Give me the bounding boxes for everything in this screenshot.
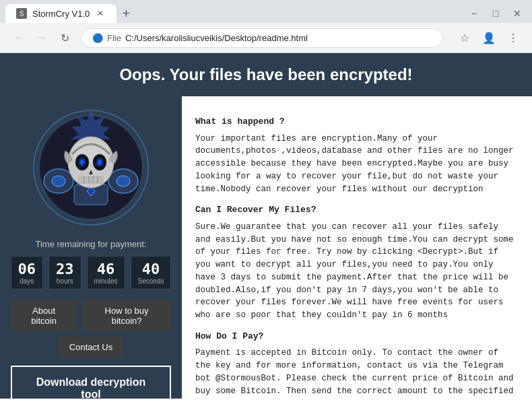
section1-title: What is happend ? xyxy=(195,115,519,129)
about-bitcoin-button[interactable]: About bitcoin xyxy=(11,300,77,331)
forward-icon: → xyxy=(36,32,47,44)
section2-title: Can I Recover My Files? xyxy=(195,203,519,217)
download-decryption-tool-button[interactable]: Download decryption tool xyxy=(11,366,171,399)
tab-favicon: S xyxy=(16,8,27,19)
minimize-icon: − xyxy=(471,8,477,19)
timer-minutes-unit: minutes xyxy=(94,277,118,285)
timer-seconds-unit: Seconds xyxy=(138,277,164,285)
timer-minutes: 46 minutes xyxy=(87,256,125,290)
timer-hours: 23 hours xyxy=(48,256,81,290)
svg-point-6 xyxy=(52,176,65,187)
new-tab-button[interactable]: + xyxy=(117,4,135,23)
page-title: Oops. Your files have been encrypted! xyxy=(12,65,520,84)
timer-seconds: 40 Seconds xyxy=(131,256,172,290)
reload-icon: ↻ xyxy=(61,32,69,44)
timer-label: Time remaining for payment: xyxy=(36,239,147,249)
minimize-button[interactable]: − xyxy=(465,4,484,23)
page-body: Time remaining for payment: 06 days 23 h… xyxy=(0,96,532,399)
tab-close-icon: ✕ xyxy=(97,9,104,18)
profile-button[interactable]: 👤 xyxy=(478,27,500,48)
section3-body: Payment is accepted in Bitcoin only. To … xyxy=(195,347,519,399)
page-header: Oops. Your files have been encrypted! xyxy=(0,53,532,96)
btn-row-1: About bitcoin How to buy bitcoin? xyxy=(11,300,171,331)
close-window-icon: ✕ xyxy=(513,8,521,19)
timer-seconds-value: 40 xyxy=(138,261,164,277)
left-buttons: About bitcoin How to buy bitcoin? Contac… xyxy=(11,300,171,358)
back-button[interactable]: ← xyxy=(8,27,30,48)
btn-row-2: Contact Us xyxy=(59,337,123,358)
close-window-button[interactable]: ✕ xyxy=(508,4,527,23)
svg-point-16 xyxy=(80,160,84,165)
left-panel: Time remaining for payment: 06 days 23 h… xyxy=(0,96,182,399)
url-bar[interactable]: 🔵 File C:/Users/karolisliucveikis/Deskto… xyxy=(81,28,443,48)
forward-button[interactable]: → xyxy=(31,27,53,48)
contact-us-button[interactable]: Contact Us xyxy=(59,337,123,358)
timer-hours-value: 23 xyxy=(56,261,74,277)
section2-body: Sure.We guarantee that you can recover a… xyxy=(195,221,519,322)
menu-button[interactable]: ⋮ xyxy=(502,27,524,48)
star-icon: ☆ xyxy=(460,32,469,44)
browser-tab[interactable]: S StormCry V1.0 ✕ xyxy=(5,4,117,23)
tab-close-button[interactable]: ✕ xyxy=(95,8,106,19)
svg-point-17 xyxy=(98,160,102,165)
timer-days: 06 days xyxy=(11,256,44,290)
url-scheme-label: File xyxy=(107,33,121,43)
maximize-icon: □ xyxy=(493,8,498,19)
skull-logo xyxy=(30,107,152,228)
svg-point-7 xyxy=(117,176,130,187)
timer-hours-unit: hours xyxy=(56,277,74,285)
how-to-buy-button[interactable]: How to buy bitcoin? xyxy=(82,300,171,331)
menu-icon: ⋮ xyxy=(508,32,519,44)
timer-minutes-value: 46 xyxy=(94,261,118,277)
url-scheme-icon: 🔵 xyxy=(92,33,103,43)
back-icon: ← xyxy=(13,32,24,44)
section3-title: How Do I Pay? xyxy=(195,330,519,343)
timer-display: 06 days 23 hours 46 minutes 40 Seconds xyxy=(11,256,172,290)
plus-icon: + xyxy=(122,6,130,22)
maximize-button[interactable]: □ xyxy=(486,4,505,23)
profile-icon: 👤 xyxy=(482,32,496,44)
section1-body: Your important files are encryption.Many… xyxy=(195,133,519,196)
timer-days-unit: days xyxy=(18,277,36,285)
url-path: C:/Users/karolisliucveikis/Desktop/readm… xyxy=(125,33,308,43)
right-panel: What is happend ? Your important files a… xyxy=(182,96,532,399)
reload-button[interactable]: ↻ xyxy=(54,27,75,48)
timer-days-value: 06 xyxy=(18,261,36,277)
bookmark-button[interactable]: ☆ xyxy=(454,27,475,48)
tab-title: StormCry V1.0 xyxy=(32,9,90,19)
page-content: Oops. Your files have been encrypted! xyxy=(0,53,532,399)
svg-rect-19 xyxy=(79,176,103,183)
